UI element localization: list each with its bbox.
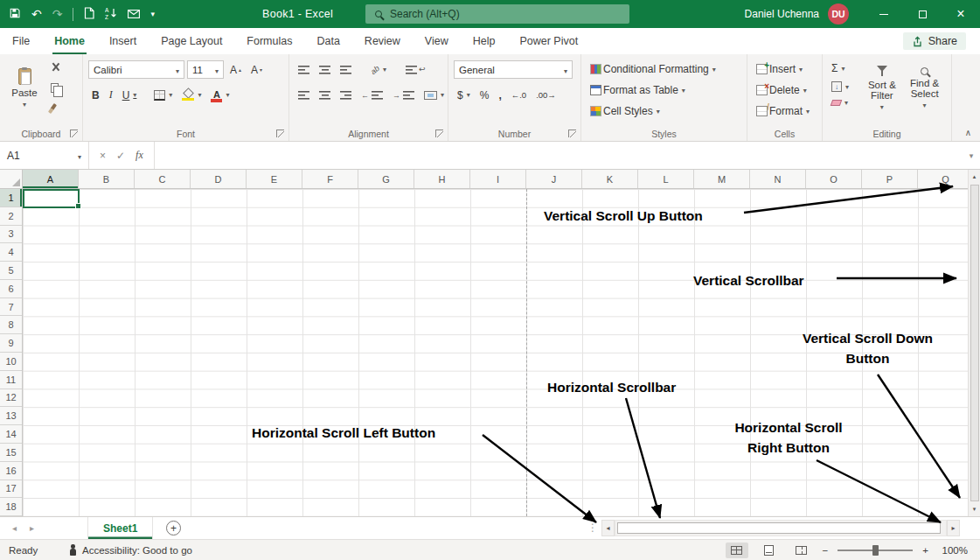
- row-header-8[interactable]: 8: [0, 316, 22, 334]
- cut-button[interactable]: [51, 60, 60, 75]
- shrink-font-button[interactable]: A: [247, 62, 266, 78]
- avatar[interactable]: DU: [828, 4, 849, 24]
- ribbon-tab-page-layout[interactable]: Page Layout: [149, 28, 234, 54]
- accessibility-status[interactable]: Accessibility: Good to go: [68, 544, 192, 556]
- sheet-tab-sheet1[interactable]: Sheet1: [87, 517, 153, 539]
- column-header-l[interactable]: L: [638, 170, 694, 188]
- row-header-5[interactable]: 5: [0, 262, 22, 280]
- row-header-16[interactable]: 16: [0, 462, 22, 480]
- merge-center-button[interactable]: [420, 89, 448, 102]
- row-header-3[interactable]: 3: [0, 226, 22, 244]
- delete-cells-button[interactable]: Delete: [753, 82, 810, 98]
- column-header-i[interactable]: I: [470, 170, 526, 188]
- column-header-n[interactable]: N: [750, 170, 806, 188]
- row-header-10[interactable]: 10: [0, 353, 22, 371]
- ribbon-tab-review[interactable]: Review: [352, 28, 413, 54]
- insert-cells-button[interactable]: Insert: [753, 61, 806, 77]
- undo-icon[interactable]: ↶: [31, 8, 42, 20]
- align-center-button[interactable]: [316, 88, 334, 102]
- email-icon[interactable]: [128, 7, 140, 21]
- copy-button[interactable]: [51, 80, 60, 96]
- ribbon-tab-view[interactable]: View: [413, 28, 461, 54]
- horizontal-scrollbar[interactable]: [615, 520, 947, 536]
- row-header-6[interactable]: 6: [0, 280, 22, 298]
- cancel-formula-icon[interactable]: ×: [100, 150, 106, 162]
- column-header-m[interactable]: M: [694, 170, 750, 188]
- font-name-combo[interactable]: Calibri: [88, 60, 184, 79]
- bold-button[interactable]: B: [88, 88, 103, 103]
- comma-style-button[interactable]: ,: [495, 88, 504, 103]
- new-file-icon[interactable]: [84, 7, 94, 22]
- vertical-scroll-down-button[interactable]: ▾: [969, 502, 980, 516]
- page-layout-view-button[interactable]: [758, 542, 781, 558]
- redo-icon[interactable]: ↷: [52, 8, 63, 20]
- column-header-g[interactable]: G: [358, 170, 414, 188]
- align-left-button[interactable]: [295, 88, 313, 102]
- format-as-table-button[interactable]: Format as Table: [587, 82, 689, 98]
- expand-formula-bar-icon[interactable]: ▾: [963, 142, 980, 169]
- ribbon-tab-insert[interactable]: Insert: [97, 28, 149, 54]
- ribbon-tab-help[interactable]: Help: [461, 28, 508, 54]
- cell-styles-button[interactable]: Cell Styles: [587, 103, 664, 119]
- column-header-k[interactable]: K: [582, 170, 638, 188]
- zoom-out-button[interactable]: −: [823, 545, 829, 556]
- row-header-13[interactable]: 13: [0, 407, 22, 425]
- column-header-o[interactable]: O: [806, 170, 862, 188]
- row-header-18[interactable]: 18: [0, 498, 22, 516]
- column-header-f[interactable]: F: [302, 170, 358, 188]
- search-box[interactable]: Search (Alt+Q): [365, 4, 629, 24]
- find-select-button[interactable]: Find &Select: [903, 59, 946, 118]
- next-sheet-icon[interactable]: ▸: [30, 523, 34, 533]
- zoom-slider[interactable]: [838, 550, 913, 551]
- column-header-h[interactable]: H: [414, 170, 470, 188]
- row-header-17[interactable]: 17: [0, 480, 22, 499]
- borders-button[interactable]: [150, 88, 176, 102]
- column-header-j[interactable]: J: [526, 170, 582, 188]
- accounting-format-button[interactable]: $: [454, 88, 474, 103]
- zoom-in-button[interactable]: +: [922, 545, 928, 556]
- font-dialog-launcher-icon[interactable]: [276, 130, 284, 137]
- format-painter-button[interactable]: [51, 102, 60, 117]
- close-button[interactable]: [942, 0, 980, 28]
- ribbon-tab-home[interactable]: Home: [42, 28, 97, 54]
- normal-view-button[interactable]: [726, 542, 748, 558]
- row-header-9[interactable]: 9: [0, 334, 22, 353]
- font-size-combo[interactable]: 11: [187, 60, 224, 79]
- number-dialog-launcher-icon[interactable]: [568, 130, 576, 137]
- grow-font-button[interactable]: A: [226, 62, 245, 78]
- decrease-decimal-button[interactable]: .00→: [532, 88, 560, 102]
- save-icon[interactable]: [9, 7, 21, 22]
- alignment-dialog-launcher-icon[interactable]: [435, 130, 443, 137]
- bottom-align-button[interactable]: [337, 63, 355, 76]
- clipboard-dialog-launcher-icon[interactable]: [70, 130, 78, 137]
- user-name[interactable]: Daniel Uchenna: [745, 8, 819, 20]
- ribbon-tab-formulas[interactable]: Formulas: [234, 28, 304, 54]
- share-button[interactable]: Share: [903, 32, 966, 50]
- new-sheet-button[interactable]: +: [166, 521, 181, 536]
- column-header-a[interactable]: A: [23, 170, 79, 188]
- row-header-1[interactable]: 1: [0, 189, 22, 207]
- maximize-button[interactable]: [903, 0, 942, 28]
- vertical-scrollbar-thumb[interactable]: [970, 185, 979, 501]
- font-color-button[interactable]: A: [207, 88, 233, 103]
- decrease-indent-button[interactable]: [358, 88, 386, 102]
- zoom-slider-thumb[interactable]: [872, 545, 879, 556]
- clear-button[interactable]: [828, 97, 861, 108]
- enter-formula-icon[interactable]: ✓: [116, 150, 125, 162]
- paste-button[interactable]: Paste: [5, 59, 44, 118]
- middle-align-button[interactable]: [316, 63, 334, 76]
- wrap-text-button[interactable]: ↩: [402, 63, 429, 76]
- row-header-15[interactable]: 15: [0, 444, 22, 462]
- customize-toolbar-icon[interactable]: ▾: [150, 10, 155, 18]
- align-right-button[interactable]: [337, 88, 355, 102]
- column-header-b[interactable]: B: [79, 170, 135, 188]
- ribbon-tab-power-pivot[interactable]: Power Pivot: [507, 28, 590, 54]
- previous-sheet-icon[interactable]: ◂: [12, 523, 17, 533]
- fill-color-button[interactable]: [178, 88, 205, 102]
- row-header-14[interactable]: 14: [0, 425, 22, 444]
- horizontal-scroll-left-button[interactable]: ◂: [601, 520, 615, 536]
- row-header-4[interactable]: 4: [0, 243, 22, 262]
- ribbon-tab-file[interactable]: File: [0, 28, 42, 54]
- increase-indent-button[interactable]: [389, 88, 418, 102]
- column-header-c[interactable]: C: [135, 170, 191, 188]
